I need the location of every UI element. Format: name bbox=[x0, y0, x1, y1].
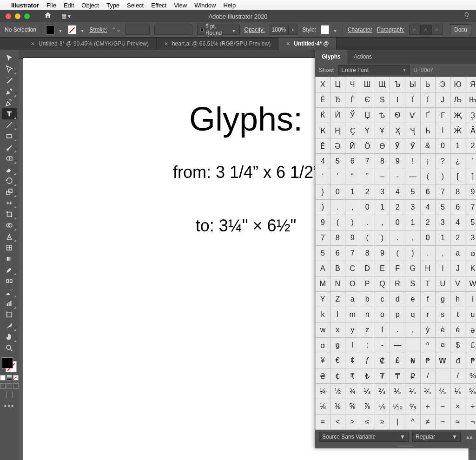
glyph-cell[interactable]: 2 bbox=[360, 184, 375, 200]
glyph-cell[interactable]: £ bbox=[465, 338, 476, 353]
glyph-cell[interactable]: Љ bbox=[450, 92, 465, 108]
glyph-cell[interactable]: l bbox=[330, 307, 345, 322]
glyph-cell[interactable]: $ bbox=[450, 338, 465, 353]
glyph-cell[interactable]: Ҡ bbox=[316, 123, 331, 138]
glyph-cell[interactable]: 3 bbox=[435, 215, 450, 230]
glyph-cell[interactable]: O bbox=[345, 276, 360, 292]
glyph-cell[interactable]: f bbox=[420, 292, 435, 307]
opacity-label[interactable]: Opacity: bbox=[245, 26, 265, 33]
align-center[interactable]: ≡ bbox=[420, 25, 431, 35]
glyph-cell[interactable]: F bbox=[390, 261, 405, 276]
document-tab[interactable]: ✕heart.ai @ 66.51% (RGB/GPU Preview) bbox=[157, 38, 278, 50]
glyph-cell[interactable]: 7 bbox=[360, 154, 375, 169]
stroke-label[interactable]: Stroke: bbox=[89, 26, 107, 33]
glyph-cell[interactable]: ? bbox=[435, 154, 450, 169]
glyph-cell[interactable]: T bbox=[420, 276, 435, 292]
glyph-cell[interactable]: - bbox=[375, 338, 390, 353]
glyph-cell[interactable]: Ӂ bbox=[450, 123, 465, 138]
glyph-cell[interactable]: Һ bbox=[420, 123, 435, 138]
gradient-tool[interactable] bbox=[2, 253, 17, 264]
glyph-cell[interactable]: ‐ bbox=[390, 169, 405, 184]
glyph-cell[interactable]: Э bbox=[435, 77, 450, 92]
glyph-cell[interactable]: . bbox=[420, 246, 435, 261]
panel-resize-handle[interactable] bbox=[315, 444, 476, 448]
mesh-tool[interactable] bbox=[2, 242, 17, 253]
glyph-cell[interactable]: ( bbox=[420, 169, 435, 184]
glyph-cell[interactable]: — bbox=[405, 169, 420, 184]
glyph-cell[interactable]: Ѣ bbox=[375, 108, 390, 123]
glyph-cell[interactable]: ‘ bbox=[316, 169, 331, 184]
glyph-cell[interactable]: Ә bbox=[330, 138, 345, 154]
menu-edit[interactable]: Edit bbox=[64, 2, 74, 9]
glyph-cell[interactable]: I bbox=[435, 261, 450, 276]
document-tab[interactable]: ✕Untitled-4* @ bbox=[278, 38, 337, 50]
glyph-cell[interactable]: Ђ bbox=[330, 92, 345, 108]
glyph-cell[interactable]: e bbox=[405, 292, 420, 307]
glyph-cell[interactable]: Ҙ bbox=[465, 108, 476, 123]
glyph-cell[interactable]: Ӳ bbox=[405, 138, 420, 154]
glyph-cell[interactable]: : bbox=[360, 338, 375, 353]
glyph-cell[interactable]: Ю bbox=[450, 77, 465, 92]
color-button[interactable] bbox=[0, 375, 6, 381]
glyph-cell[interactable]: 4 bbox=[420, 200, 435, 215]
glyph-cell[interactable]: ¼ bbox=[316, 384, 331, 399]
panel-tab-actions[interactable]: Actions bbox=[347, 50, 378, 64]
glyph-cell[interactable]: ⅕ bbox=[390, 384, 405, 399]
stroke-stepper[interactable]: ⌃⌄ bbox=[112, 26, 121, 33]
glyph-cell[interactable]: Ұ bbox=[375, 123, 390, 138]
glyph-cell[interactable]: ¾ bbox=[345, 384, 360, 399]
glyph-cell[interactable]: , bbox=[375, 215, 390, 230]
glyph-cell[interactable]: 2 bbox=[420, 215, 435, 230]
glyph-cell[interactable]: 6 bbox=[420, 184, 435, 200]
glyph-cell[interactable]: Ў bbox=[345, 108, 360, 123]
glyph-cell[interactable]: 5 bbox=[316, 246, 331, 261]
glyph-cell[interactable]: H bbox=[420, 261, 435, 276]
glyph-cell[interactable]: . bbox=[390, 230, 405, 246]
glyph-cell[interactable]: € bbox=[330, 353, 345, 368]
glyph-cell[interactable]: } bbox=[316, 184, 331, 200]
glyph-cell[interactable]: ¿ bbox=[450, 154, 465, 169]
stroke-swatch[interactable] bbox=[68, 25, 76, 34]
glyph-cell[interactable]: Җ bbox=[450, 108, 465, 123]
selection-tool[interactable] bbox=[2, 53, 17, 64]
style-dropdown[interactable]: ▾ bbox=[334, 27, 338, 32]
glyph-cell[interactable]: 8 bbox=[360, 246, 375, 261]
glyph-cell[interactable]: k bbox=[316, 307, 331, 322]
glyph-cell[interactable]: 1 bbox=[345, 184, 360, 200]
glyph-cell[interactable]: t bbox=[450, 307, 465, 322]
glyph-cell[interactable]: ( bbox=[360, 230, 375, 246]
glyph-cell[interactable]: B bbox=[330, 261, 345, 276]
glyph-cell[interactable]: J bbox=[450, 261, 465, 276]
eyedropper-tool[interactable] bbox=[2, 264, 17, 276]
glyph-cell[interactable]: 5 bbox=[330, 154, 345, 169]
glyph-cell[interactable]: Ќ bbox=[316, 108, 331, 123]
glyph-cell[interactable]: l bbox=[345, 338, 360, 353]
glyph-cell[interactable]: Ь bbox=[420, 77, 435, 92]
glyph-cell[interactable]: a bbox=[345, 292, 360, 307]
glyph-cell[interactable]: 2 bbox=[450, 230, 465, 246]
glyph-cell[interactable]: Q bbox=[375, 276, 390, 292]
glyph-cell[interactable]: 1 bbox=[405, 215, 420, 230]
glyph-cell[interactable]: ¥ bbox=[316, 353, 331, 368]
glyph-cell[interactable]: Ј bbox=[435, 92, 450, 108]
glyph-cell[interactable]: Х bbox=[316, 77, 331, 92]
glyph-cell[interactable]: 2 bbox=[390, 200, 405, 215]
paragraph-link[interactable]: Paragraph: bbox=[377, 26, 404, 33]
glyph-cell[interactable]: M bbox=[316, 276, 331, 292]
glyph-cell[interactable]: m bbox=[345, 307, 360, 322]
glyph-cell[interactable]: ~ bbox=[435, 414, 450, 430]
glyph-cell[interactable]: è bbox=[435, 322, 450, 338]
glyph-cell[interactable]: ¡ bbox=[420, 154, 435, 169]
glyph-cell[interactable]: ( bbox=[390, 246, 405, 261]
menu-type[interactable]: Type bbox=[106, 2, 119, 9]
glyph-cell[interactable]: Ѓ bbox=[345, 92, 360, 108]
rotate-tool[interactable] bbox=[2, 175, 17, 186]
canvas[interactable]: Glyphs: from: 3 1/4” x 6 1/2” to: 3¼" × … bbox=[19, 50, 476, 460]
fill-indicator[interactable] bbox=[2, 357, 13, 368]
glyph-cell[interactable]: ’ bbox=[330, 169, 345, 184]
glyph-cell[interactable]: [ bbox=[450, 169, 465, 184]
align-left[interactable]: ≡ bbox=[409, 25, 420, 35]
glyph-cell[interactable]: N bbox=[330, 276, 345, 292]
glyph-cell[interactable]: Ї bbox=[420, 92, 435, 108]
close-tab-icon[interactable]: ✕ bbox=[31, 41, 35, 47]
